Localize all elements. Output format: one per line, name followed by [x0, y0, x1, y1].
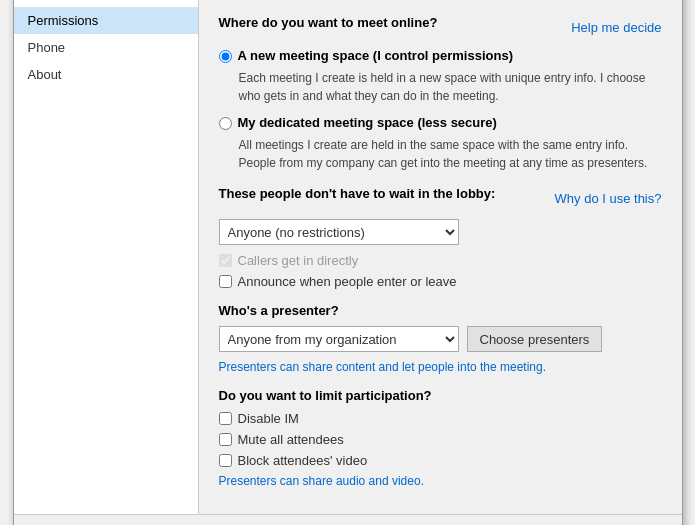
- radio-new-space: A new meeting space (I control permissio…: [219, 48, 662, 63]
- lobby-dropdown[interactable]: Anyone (no restrictions) People I invite…: [219, 219, 459, 245]
- disable-im-label: Disable IM: [238, 411, 299, 426]
- sidebar-item-permissions[interactable]: Permissions: [14, 7, 198, 34]
- sidebar-item-about[interactable]: About: [14, 61, 198, 88]
- announce-checkbox[interactable]: [219, 275, 232, 288]
- radio-new-space-label[interactable]: A new meeting space (I control permissio…: [238, 48, 513, 63]
- participation-section-title: Do you want to limit participation?: [219, 388, 432, 403]
- radio-dedicated-space-label[interactable]: My dedicated meeting space (less secure): [238, 115, 497, 130]
- presenter-section: Who's a presenter? Anyone from my organi…: [219, 303, 662, 374]
- dialog-window: Skype Meeting Options ✕ Permissions Phon…: [13, 0, 683, 525]
- mute-attendees-checkbox[interactable]: [219, 433, 232, 446]
- meeting-section-title: Where do you want to meet online?: [219, 15, 438, 30]
- callers-directly-checkbox-item: Callers get in directly: [219, 253, 662, 268]
- why-use-this-link[interactable]: Why do I use this?: [555, 191, 662, 206]
- main-content: Where do you want to meet online? Help m…: [199, 0, 682, 514]
- sidebar-item-phone[interactable]: Phone: [14, 34, 198, 61]
- participation-info-text: Presenters can share audio and video.: [219, 474, 662, 488]
- radio-dedicated-space-desc: All meetings I create are held in the sa…: [239, 136, 662, 172]
- announce-label: Announce when people enter or leave: [238, 274, 457, 289]
- callers-directly-checkbox[interactable]: [219, 254, 232, 267]
- block-video-checkbox[interactable]: [219, 454, 232, 467]
- disable-im-checkbox-item: Disable IM: [219, 411, 662, 426]
- block-video-checkbox-item: Block attendees' video: [219, 453, 662, 468]
- meeting-section: Where do you want to meet online? Help m…: [219, 15, 662, 172]
- radio-dedicated-space: My dedicated meeting space (less secure): [219, 115, 662, 130]
- presenter-dropdown[interactable]: Anyone from my organization Only me, the…: [219, 326, 459, 352]
- dialog-body: Permissions Phone About Where do you wan…: [14, 0, 682, 514]
- disable-im-checkbox[interactable]: [219, 412, 232, 425]
- footer: Remember Settings OK Cancel: [14, 514, 682, 525]
- announce-checkbox-item: Announce when people enter or leave: [219, 274, 662, 289]
- participation-section: Do you want to limit participation? Disa…: [219, 388, 662, 488]
- lobby-section: These people don't have to wait in the l…: [219, 186, 662, 289]
- mute-attendees-checkbox-item: Mute all attendees: [219, 432, 662, 447]
- radio-new-space-input[interactable]: [219, 50, 232, 63]
- presenter-section-title: Who's a presenter?: [219, 303, 339, 318]
- help-me-decide-link[interactable]: Help me decide: [571, 20, 661, 35]
- radio-dedicated-space-input[interactable]: [219, 117, 232, 130]
- lobby-section-title: These people don't have to wait in the l…: [219, 186, 496, 201]
- callers-directly-label: Callers get in directly: [238, 253, 359, 268]
- presenter-info-text: Presenters can share content and let peo…: [219, 360, 662, 374]
- choose-presenters-button[interactable]: Choose presenters: [467, 326, 603, 352]
- block-video-label: Block attendees' video: [238, 453, 368, 468]
- sidebar: Permissions Phone About: [14, 0, 199, 514]
- mute-attendees-label: Mute all attendees: [238, 432, 344, 447]
- radio-new-space-desc: Each meeting I create is held in a new s…: [239, 69, 662, 105]
